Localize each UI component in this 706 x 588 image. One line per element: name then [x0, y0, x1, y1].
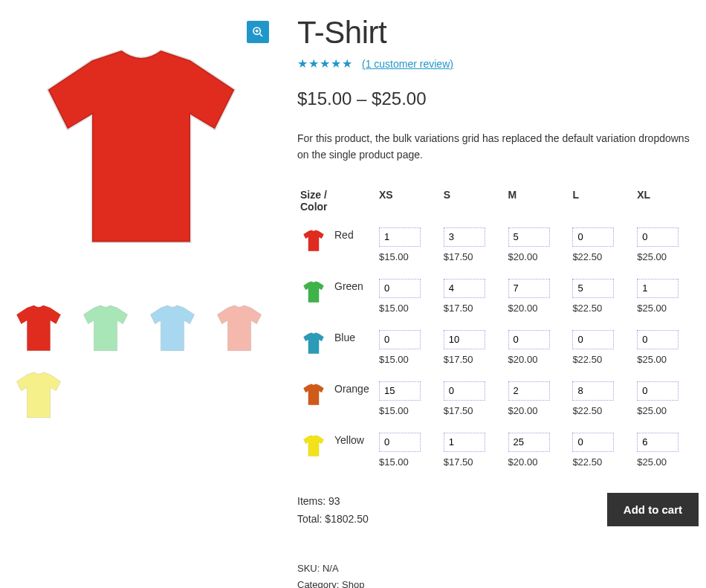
- product-meta: SKU: N/A Category: Shop: [297, 560, 699, 588]
- quantity-input[interactable]: [508, 330, 550, 349]
- size-header: L: [569, 184, 634, 223]
- quantity-input[interactable]: [379, 381, 421, 401]
- variation-cell: $17.50: [441, 428, 505, 479]
- size-header: XL: [634, 184, 699, 223]
- color-label: Yellow: [331, 428, 376, 479]
- table-row: Orange$15.00$17.50$20.00$22.50$25.00: [297, 377, 699, 428]
- table-row: Yellow$15.00$17.50$20.00$22.50$25.00: [297, 428, 699, 479]
- table-row: Blue$15.00$17.50$20.00$22.50$25.00: [297, 326, 699, 377]
- total-price: $1802.50: [325, 513, 368, 525]
- variation-cell: $15.00: [376, 377, 441, 428]
- category-link[interactable]: Shop: [342, 579, 364, 588]
- gallery-thumb[interactable]: [7, 364, 70, 427]
- quantity-input[interactable]: [508, 381, 550, 401]
- cell-price: $25.00: [637, 354, 696, 365]
- cell-price: $25.00: [637, 405, 696, 416]
- quantity-input[interactable]: [444, 381, 485, 401]
- cell-price: $20.00: [508, 251, 567, 262]
- variation-cell: $20.00: [505, 223, 570, 274]
- cell-price: $17.50: [444, 251, 502, 262]
- cell-price: $20.00: [508, 303, 567, 314]
- variation-cell: $22.50: [569, 326, 634, 377]
- variation-cell: $25.00: [634, 326, 699, 377]
- cell-price: $20.00: [508, 354, 567, 365]
- variation-cell: $25.00: [634, 223, 699, 274]
- cell-price: $15.00: [379, 303, 438, 314]
- cell-price: $15.00: [379, 405, 438, 416]
- quantity-input[interactable]: [379, 330, 421, 349]
- zoom-icon[interactable]: [247, 21, 269, 43]
- quantity-input[interactable]: [444, 227, 485, 247]
- variation-cell: $15.00: [376, 428, 441, 479]
- color-swatch: [297, 223, 331, 274]
- main-product-image[interactable]: [7, 15, 275, 282]
- variation-cell: $25.00: [634, 428, 699, 479]
- variation-cell: $25.00: [634, 377, 699, 428]
- svg-line-1: [259, 33, 262, 36]
- variation-cell: $17.50: [441, 223, 505, 274]
- quantity-input[interactable]: [637, 433, 679, 452]
- grid-corner-label: Size /Color: [297, 184, 376, 223]
- variation-cell: $17.50: [441, 326, 505, 377]
- color-label: Blue: [331, 326, 376, 377]
- color-swatch: [297, 428, 331, 479]
- variation-cell: $20.00: [505, 274, 570, 326]
- quantity-input[interactable]: [508, 433, 550, 452]
- table-row: Red$15.00$17.50$20.00$22.50$25.00: [297, 223, 699, 274]
- color-swatch: [297, 377, 331, 428]
- color-label: Green: [331, 274, 376, 326]
- quantity-input[interactable]: [572, 227, 614, 247]
- cell-price: $15.00: [379, 456, 438, 468]
- gallery-thumb[interactable]: [7, 297, 70, 360]
- quantity-input[interactable]: [572, 279, 614, 298]
- color-swatch: [297, 326, 331, 377]
- cell-price: $25.00: [637, 456, 696, 468]
- star-rating: ★★★★★: [297, 56, 353, 71]
- quantity-input[interactable]: [444, 279, 485, 298]
- size-header: M: [505, 184, 570, 223]
- cell-price: $17.50: [444, 456, 502, 468]
- gallery-thumb[interactable]: [74, 297, 137, 360]
- gallery-thumb[interactable]: [141, 297, 204, 360]
- reviews-link[interactable]: (1 customer review): [362, 58, 453, 70]
- quantity-input[interactable]: [572, 381, 614, 401]
- quantity-input[interactable]: [572, 433, 614, 452]
- quantity-input[interactable]: [379, 227, 421, 247]
- cell-price: $22.50: [572, 354, 631, 365]
- variation-cell: $20.00: [505, 377, 570, 428]
- quantity-input[interactable]: [572, 330, 614, 349]
- quantity-input[interactable]: [508, 279, 550, 298]
- variation-cell: $22.50: [569, 223, 634, 274]
- cell-price: $20.00: [508, 405, 567, 416]
- cell-price: $25.00: [637, 303, 696, 314]
- cell-price: $17.50: [444, 354, 502, 365]
- quantity-input[interactable]: [444, 330, 485, 349]
- cell-price: $22.50: [572, 456, 631, 468]
- variation-cell: $15.00: [376, 223, 441, 274]
- cell-price: $22.50: [572, 251, 631, 262]
- variation-cell: $22.50: [569, 274, 634, 326]
- quantity-input[interactable]: [379, 433, 421, 452]
- add-to-cart-button[interactable]: Add to cart: [607, 493, 699, 526]
- product-gallery: [7, 15, 275, 588]
- color-label: Orange: [331, 377, 376, 428]
- quantity-input[interactable]: [637, 330, 679, 349]
- size-header: S: [441, 184, 505, 223]
- quantity-input[interactable]: [637, 227, 679, 247]
- variation-cell: $20.00: [505, 326, 570, 377]
- quantity-input[interactable]: [637, 381, 679, 401]
- gallery-thumb[interactable]: [208, 297, 271, 360]
- variation-cell: $22.50: [569, 428, 634, 479]
- variation-cell: $25.00: [634, 274, 699, 326]
- quantity-input[interactable]: [379, 279, 421, 298]
- quantity-input[interactable]: [508, 227, 550, 247]
- variation-cell: $15.00: [376, 274, 441, 326]
- quantity-input[interactable]: [637, 279, 679, 298]
- price-range: $15.00 – $25.00: [297, 88, 699, 109]
- variation-cell: $22.50: [569, 377, 634, 428]
- variations-grid: Size /ColorXSSMLXL Red$15.00$17.50$20.00…: [297, 184, 699, 479]
- variation-cell: $15.00: [376, 326, 441, 377]
- size-header: XS: [376, 184, 441, 223]
- quantity-input[interactable]: [444, 433, 485, 452]
- cell-price: $15.00: [379, 354, 438, 365]
